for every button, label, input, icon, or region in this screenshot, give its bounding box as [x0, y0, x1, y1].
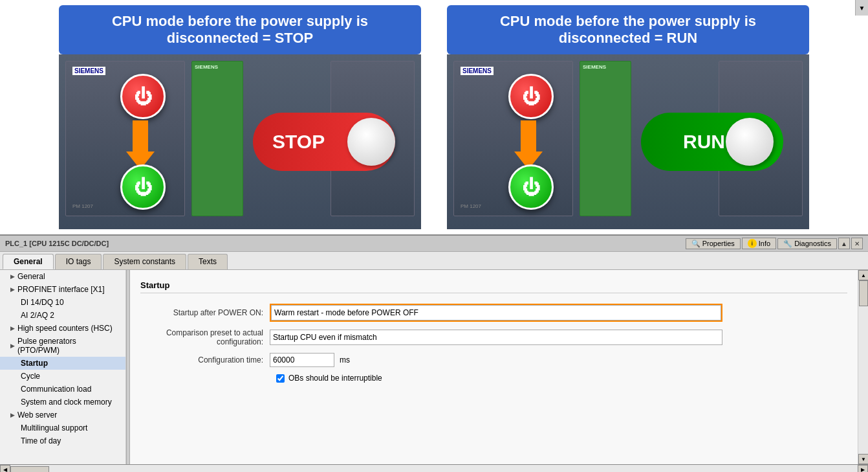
sidebar-item-ai[interactable]: AI 2/AQ 2	[0, 309, 125, 322]
sidebar: ▶ General ▶ PROFINET interface [X1] DI 1…	[0, 270, 126, 464]
sidebar-item-commload[interactable]: Communication load	[0, 383, 125, 396]
power-icon-red-left: ⏻	[134, 86, 152, 107]
siemens-logo-left: SIEMENS	[72, 67, 105, 75]
plc-center-right: SIEMENS	[580, 61, 631, 216]
run-title: CPU mode before the power supply is disc…	[447, 5, 809, 54]
comparison-control: Startup CPU even if mismatchOnly startup…	[270, 330, 722, 345]
panel-title: PLC_1 [CPU 1215C DC/DC/DC]	[5, 240, 109, 247]
properties-button[interactable]: 🔍 Properties	[686, 238, 741, 249]
content-scrollbar[interactable]: ▲ ▼	[858, 270, 868, 464]
content-area: Startup Startup after POWER ON: Warm res…	[130, 270, 858, 464]
sidebar-item-pulse[interactable]: ▶ Pulse generators (PTO/PWM)	[0, 335, 125, 357]
stop-panel: CPU mode before the power supply is disc…	[59, 5, 421, 229]
siemens-label-center-right: SIEMENS	[583, 64, 606, 70]
expand-arrow-hsc: ▶	[10, 325, 15, 332]
toggle-circle-stop	[347, 118, 395, 166]
diagnostics-button[interactable]: 🔧 Diagnostics	[777, 238, 837, 249]
section-title: Startup	[140, 280, 847, 293]
pm-label-right: PM 1207	[461, 203, 481, 209]
startup-after-select[interactable]: Warm restart - mode before POWER OFFWarm…	[271, 305, 721, 320]
close-button[interactable]: ✕	[851, 238, 863, 249]
sidebar-item-startup[interactable]: Startup	[0, 357, 125, 370]
scroll-thumb[interactable]	[859, 280, 868, 306]
info-button[interactable]: i Info	[742, 238, 776, 249]
obs-interruptible-checkbox[interactable]	[276, 374, 285, 383]
sidebar-item-general[interactable]: ▶ General	[0, 270, 125, 283]
hscroll-left-btn[interactable]: ◀	[0, 465, 10, 473]
scroll-up-btn[interactable]: ▲	[858, 270, 868, 280]
stop-title: CPU mode before the power supply is disc…	[59, 5, 421, 54]
power-icon-green-right: ⏻	[522, 177, 540, 198]
hscroll-right-btn[interactable]: ▶	[858, 465, 868, 473]
power-icon-red-right: ⏻	[522, 86, 540, 107]
config-time-label: Configuration time:	[140, 355, 270, 365]
sidebar-item-multilingual[interactable]: Multilingual support	[0, 421, 125, 434]
run-toggle: RUN	[641, 113, 783, 171]
config-time-row: Configuration time: ms	[140, 353, 847, 367]
expand-arrow-general: ▶	[10, 273, 15, 280]
sidebar-item-timeofday[interactable]: Time of day	[0, 434, 125, 447]
tab-system-constants[interactable]: System constants	[103, 254, 186, 269]
power-button-green-right: ⏻	[508, 164, 554, 210]
comparison-select[interactable]: Startup CPU even if mismatchOnly startup…	[270, 330, 722, 345]
stop-toggle: STOP	[253, 113, 395, 171]
run-toggle-label: RUN	[683, 131, 725, 153]
comparison-row: Comparison preset to actual configuratio…	[140, 328, 847, 346]
config-time-input[interactable]	[270, 353, 334, 367]
pm-label-left: PM 1207	[72, 203, 93, 209]
toggle-circle-run	[726, 118, 774, 166]
properties-icon: 🔍	[691, 240, 700, 248]
power-button-red-left: ⏻	[120, 74, 166, 119]
bottom-scrollbar[interactable]: ◀ ▶	[0, 464, 868, 472]
hscroll-track[interactable]	[10, 465, 858, 472]
panel-header-buttons: 🔍 Properties i Info 🔧 Diagnostics ▲ ✕	[686, 238, 863, 249]
sidebar-item-cycle[interactable]: Cycle	[0, 370, 125, 383]
scroll-track[interactable]	[858, 280, 868, 454]
tab-io-tags[interactable]: IO tags	[55, 254, 102, 269]
expand-arrow-profinet: ▶	[10, 286, 15, 293]
tab-general[interactable]: General	[3, 254, 54, 269]
startup-after-select-wrapper: Warm restart - mode before POWER OFFWarm…	[270, 304, 722, 322]
sidebar-item-di[interactable]: DI 14/DQ 10	[0, 296, 125, 309]
obs-interruptible-label: OBs should be interruptible	[288, 374, 382, 383]
top-image-area: CPU mode before the power supply is disc…	[0, 0, 868, 234]
config-time-unit: ms	[340, 355, 350, 365]
run-image: SIEMENS PM 1207 SIEMENS ⏻ ⏻ RUN	[447, 54, 809, 229]
tabs-bar: General IO tags System constants Texts	[0, 252, 868, 270]
startup-after-label: Startup after POWER ON:	[140, 308, 270, 317]
tab-texts[interactable]: Texts	[188, 254, 228, 269]
checkbox-row: OBs should be interruptible	[276, 374, 847, 383]
power-button-red-right: ⏻	[508, 74, 554, 119]
comparison-label: Comparison preset to actual configuratio…	[140, 328, 270, 346]
siemens-label-center: SIEMENS	[195, 64, 218, 70]
info-icon-panel: i	[748, 239, 757, 248]
startup-after-control: Warm restart - mode before POWER OFFWarm…	[270, 304, 722, 322]
sidebar-item-system-clock[interactable]: System and clock memory	[0, 396, 125, 409]
sidebar-item-hsc[interactable]: ▶ High speed counters (HSC)	[0, 322, 125, 335]
startup-after-row: Startup after POWER ON: Warm restart - m…	[140, 304, 847, 322]
main-content: ▶ General ▶ PROFINET interface [X1] DI 1…	[0, 270, 868, 464]
config-time-control: ms	[270, 353, 722, 367]
scroll-down-btn[interactable]: ▼	[858, 454, 868, 464]
stop-toggle-label: STOP	[272, 131, 325, 153]
comparison-select-wrapper: Startup CPU even if mismatchOnly startup…	[270, 330, 722, 345]
expand-arrow-webserver: ▶	[10, 412, 15, 418]
run-panel: CPU mode before the power supply is disc…	[447, 5, 809, 229]
diagnostics-icon: 🔧	[783, 240, 792, 248]
power-icon-green-left: ⏻	[134, 177, 152, 198]
sidebar-item-profinet[interactable]: ▶ PROFINET interface [X1]	[0, 283, 125, 296]
expand-arrow-pulse: ▶	[10, 343, 15, 349]
sidebar-scroll[interactable]: ▶ General ▶ PROFINET interface [X1] DI 1…	[0, 270, 125, 464]
plc-center-left: SIEMENS	[191, 61, 243, 216]
hscroll-thumb[interactable]	[10, 466, 49, 472]
power-button-green-left: ⏻	[120, 164, 166, 210]
sidebar-item-webserver[interactable]: ▶ Web server	[0, 409, 125, 421]
maximize-button[interactable]: ▲	[838, 238, 850, 249]
siemens-logo-right: SIEMENS	[461, 67, 494, 75]
stop-image: SIEMENS PM 1207 SIEMENS ⏻ ⏻ STOP	[59, 54, 421, 229]
panel-header: PLC_1 [CPU 1215C DC/DC/DC] 🔍 Properties …	[0, 236, 868, 252]
bottom-panel: PLC_1 [CPU 1215C DC/DC/DC] 🔍 Properties …	[0, 234, 868, 472]
